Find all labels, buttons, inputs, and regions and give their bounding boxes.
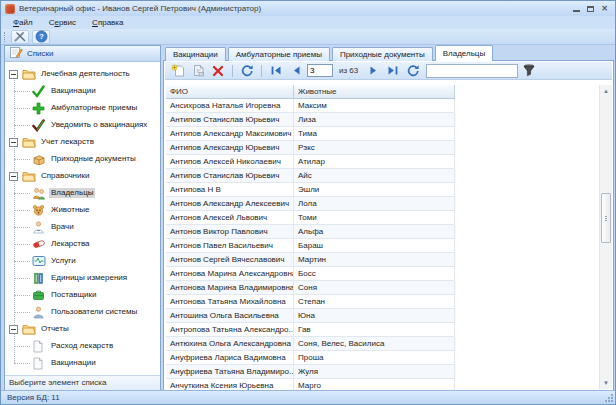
tools-button[interactable] bbox=[11, 30, 29, 44]
vertical-scrollbar[interactable]: ▲ ▼ bbox=[599, 85, 612, 389]
table-row[interactable]: Антропова Татьяна Александро...Гав bbox=[166, 323, 456, 337]
table-row[interactable]: Антонова Татьяна МихайловнаСтепан bbox=[166, 295, 456, 309]
nav-first-button[interactable] bbox=[267, 63, 285, 78]
report-icon bbox=[32, 357, 44, 370]
table-row[interactable]: Антипов Александр МаксимовичТима bbox=[166, 127, 456, 141]
suppliers-icon bbox=[32, 289, 45, 301]
main-toolbar: ? bbox=[1, 29, 615, 45]
tree-item-owners[interactable]: Владельцы bbox=[5, 185, 160, 202]
cell-fio: Антипов Александр Юрьевич bbox=[166, 141, 294, 155]
table-row[interactable]: Антонов Сергей ВячеславовичМартин bbox=[166, 253, 456, 267]
tree-item-measure-units[interactable]: Единицы измерения bbox=[5, 270, 160, 287]
close-icon[interactable]: ✕ bbox=[601, 5, 608, 13]
table-row[interactable]: Антипова Н ВЭшли bbox=[166, 183, 456, 197]
table-row[interactable]: Антошина Ольга ВасильевнаЮна bbox=[166, 309, 456, 323]
scroll-up-icon[interactable]: ▲ bbox=[600, 85, 612, 97]
tree-item-ambulatory-visits[interactable]: Амбулаторные приемы bbox=[5, 100, 160, 117]
tab-owners[interactable]: Владельцы bbox=[435, 45, 493, 61]
tree-item-label: Учет лекарств bbox=[39, 137, 96, 147]
tree-item-vaccinations[interactable]: Вакцинации bbox=[5, 83, 160, 100]
table-row[interactable]: Антонова Марина АлександровнаБосс bbox=[166, 267, 456, 281]
tree-item-drug-accounting[interactable]: Учет лекарств bbox=[5, 134, 160, 151]
tree-item-animals[interactable]: Животные bbox=[5, 202, 160, 219]
cell-animals: Проша bbox=[294, 351, 455, 365]
refresh-nav-button[interactable] bbox=[404, 63, 422, 78]
tree-item-label: Врачи bbox=[49, 222, 76, 232]
cell-fio: Антонова Марина Владимировна bbox=[166, 281, 294, 295]
minimize-icon[interactable] bbox=[573, 10, 580, 12]
column-header-fio[interactable]: ФИО bbox=[166, 85, 294, 99]
table-row[interactable]: Антипов Алексей НиколаевичАтилар bbox=[166, 155, 456, 169]
owners-page: из 63 ФИОЖивотныеАнсихрова Наталья Игоре… bbox=[163, 60, 614, 391]
maximize-icon[interactable] bbox=[587, 6, 594, 12]
scrollbar-thumb[interactable] bbox=[601, 193, 611, 243]
tab-incoming-docs[interactable]: Приходные документы bbox=[332, 47, 433, 61]
tree-item-medical-activity[interactable]: Лечебная деятельность bbox=[5, 66, 160, 83]
tree-item-drug-consumption[interactable]: Расход лекарств bbox=[5, 338, 160, 355]
tab-ambulatory[interactable]: Амбулаторные приемы bbox=[228, 47, 330, 61]
table-row[interactable]: Анчуткина Ксения ЮрьевнаМарго bbox=[166, 379, 456, 390]
collapse-expander-icon[interactable] bbox=[9, 70, 18, 79]
menu-item-file[interactable]: Файл bbox=[5, 16, 41, 29]
collapse-expander-icon[interactable] bbox=[9, 172, 18, 181]
scroll-down-icon[interactable]: ▼ bbox=[600, 377, 612, 389]
help-button[interactable]: ? bbox=[32, 30, 50, 44]
services-icon bbox=[32, 255, 46, 267]
table-row[interactable]: Антипов Александр ЮрьевичРэкс bbox=[166, 141, 456, 155]
tree-item-notify-vaccinations[interactable]: Уведомить о вакцинациях bbox=[5, 117, 160, 134]
table-row[interactable]: Антонова Марина ВладимировнаСоня bbox=[166, 281, 456, 295]
tree-item-incoming-documents[interactable]: Приходные документы bbox=[5, 151, 160, 168]
tree-item-directories[interactable]: Справочники bbox=[5, 168, 160, 185]
delete-record-button[interactable] bbox=[209, 63, 227, 78]
cell-fio: Антропова Татьяна Александро... bbox=[166, 323, 294, 337]
cell-fio: Ануфриева Лариса Вадимовна bbox=[166, 351, 294, 365]
cell-fio: Антонов Сергей Вячеславович bbox=[166, 253, 294, 267]
table-row[interactable]: Антонов Алексей ЛьвовичТоми bbox=[166, 211, 456, 225]
menu-item-service[interactable]: Сервис bbox=[41, 16, 84, 29]
cell-animals: Босс bbox=[294, 267, 455, 281]
table-row[interactable]: Антипов Станислав ЮрьевичЛиза bbox=[166, 113, 456, 127]
sidebar-title: Списки bbox=[27, 49, 54, 58]
refresh-icon bbox=[406, 64, 420, 77]
tree-item-label: Лекарства bbox=[49, 239, 92, 249]
table-row[interactable]: Антонов Александр АлексеевичЛола bbox=[166, 197, 456, 211]
resize-grip-icon[interactable] bbox=[604, 393, 613, 402]
tree-item-reports[interactable]: Отчеты bbox=[5, 321, 160, 338]
cell-animals: Гав bbox=[294, 323, 455, 337]
table-row[interactable]: Антипов Станислав ЮрьевичАйс bbox=[166, 169, 456, 183]
collapse-expander-icon[interactable] bbox=[9, 138, 18, 147]
collapse-expander-icon[interactable] bbox=[9, 325, 18, 334]
page-number-input[interactable] bbox=[307, 64, 333, 77]
package-icon bbox=[32, 153, 46, 165]
filter-input[interactable] bbox=[426, 64, 518, 78]
cell-fio: Антюхина Ольга Александровна bbox=[166, 337, 294, 351]
add-record-button[interactable] bbox=[169, 63, 187, 78]
tree-item-label: Лечебная деятельность bbox=[39, 69, 132, 79]
table-row[interactable]: Антонов Виктор ПавловичАльфа bbox=[166, 225, 456, 239]
cell-fio: Антипов Станислав Юрьевич bbox=[166, 169, 294, 183]
column-header-animals[interactable]: Животные bbox=[294, 85, 455, 99]
tree-item-medicines[interactable]: Лекарства bbox=[5, 236, 160, 253]
tab-vaccinations[interactable]: Вакцинации bbox=[165, 47, 226, 61]
filter-button[interactable] bbox=[520, 63, 538, 78]
tree-item-system-users[interactable]: Пользователи системы bbox=[5, 304, 160, 321]
table-row[interactable]: Ануфриева Татьяна Владимиро...Жуля bbox=[166, 365, 456, 379]
nav-last-button[interactable] bbox=[384, 63, 402, 78]
cell-animals: Эшли bbox=[294, 183, 455, 197]
cell-animals: Айс bbox=[294, 169, 455, 183]
edit-record-button[interactable] bbox=[189, 63, 207, 78]
tree-item-services[interactable]: Услуги bbox=[5, 253, 160, 270]
menu-item-help[interactable]: Справка bbox=[84, 16, 131, 29]
refresh-list-button[interactable] bbox=[238, 63, 256, 78]
tree-item-label: Услуги bbox=[49, 256, 78, 266]
table-row[interactable]: Ансихрова Наталья ИгоревнаМаксим bbox=[166, 99, 456, 113]
table-row[interactable]: Антонов Павел ВасильевичБараш bbox=[166, 239, 456, 253]
tree-item-doctors[interactable]: Врачи bbox=[5, 219, 160, 236]
table-row[interactable]: Ануфриева Лариса ВадимовнаПроша bbox=[166, 351, 456, 365]
tree-item-suppliers[interactable]: Поставщики bbox=[5, 287, 160, 304]
cell-animals: Лола bbox=[294, 197, 455, 211]
nav-next-button[interactable] bbox=[364, 63, 382, 78]
table-row[interactable]: Антюхина Ольга АлександровнаСоня, Велес,… bbox=[166, 337, 456, 351]
nav-prev-button[interactable] bbox=[287, 63, 305, 78]
tree-item-vaccinations-report[interactable]: Вакцинации bbox=[5, 355, 160, 372]
